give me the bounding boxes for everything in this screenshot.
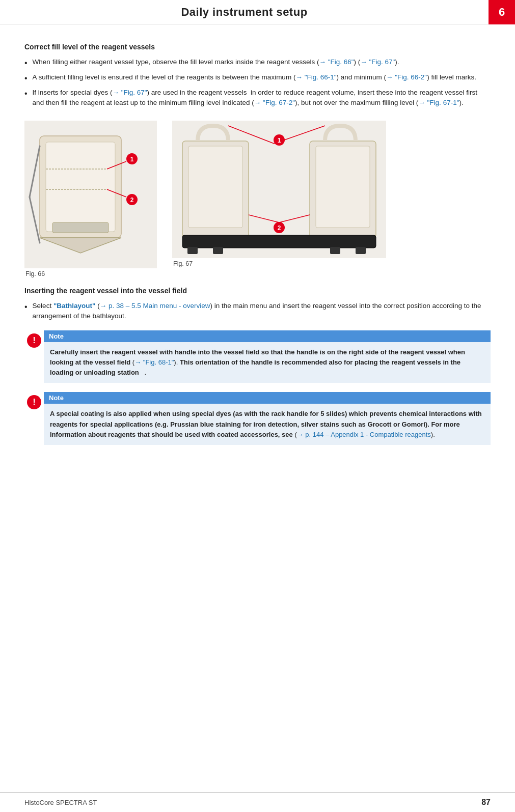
footer-page-number: 87 — [481, 798, 491, 807]
header-bar: Daily instrument setup 6 — [0, 0, 515, 24]
list-item: When filling either reagent vessel type,… — [24, 57, 491, 69]
svg-rect-1 — [46, 142, 115, 232]
footer: HistoCore SPECTRA ST 87 — [0, 792, 515, 812]
fig67-label: Fig. 67 — [173, 260, 193, 267]
svg-text:1: 1 — [130, 156, 134, 163]
header-chapter: 6 — [489, 0, 515, 24]
section-inserting: Inserting the reagent vessel into the ve… — [24, 287, 491, 322]
svg-text:2: 2 — [130, 197, 134, 204]
figure-66-image: 1 2 — [24, 121, 157, 268]
svg-line-4 — [30, 197, 40, 243]
footer-product-name: HistoCore SPECTRA ST — [24, 799, 97, 806]
fig67-svg: 1 2 — [172, 121, 386, 258]
note-1-header: Note — [44, 330, 491, 342]
svg-rect-13 — [52, 222, 109, 233]
note-1-body: Carefully insert the reagent vessel with… — [44, 342, 491, 383]
svg-rect-20 — [213, 247, 223, 254]
link-fig67-2[interactable]: → "Fig. 67-2" — [254, 99, 295, 106]
section-heading-inserting: Inserting the reagent vessel into the ve… — [24, 287, 491, 295]
list-item: If inserts for special dyes (→ "Fig. 67"… — [24, 88, 491, 108]
link-p144[interactable]: → p. 144 – Appendix 1 - Compatible reage… — [297, 431, 431, 438]
list-item: Select "Bathlayout" (→ p. 38 – 5.5 Main … — [24, 301, 491, 322]
bullet-text-1: When filling either reagent vessel type,… — [33, 57, 491, 67]
figure-67-image: 1 2 — [172, 121, 386, 258]
bathlayout-link[interactable]: "Bathlayout" — [53, 302, 96, 310]
link-p38[interactable]: → p. 38 – 5.5 Main menu - overview — [100, 302, 210, 310]
svg-rect-15 — [188, 146, 242, 228]
figure-67-container: 1 2 Fig. 67 — [172, 121, 386, 267]
page-wrapper: Daily instrument setup 6 Correct fill le… — [0, 0, 515, 812]
link-fig66-1[interactable]: → "Fig. 66-1" — [295, 73, 336, 81]
svg-rect-19 — [187, 247, 198, 254]
fig66-label: Fig. 66 — [25, 270, 45, 277]
note-2-header: Note — [44, 392, 491, 404]
fig66-svg: 1 2 — [24, 121, 157, 268]
link-fig66[interactable]: → "Fig. 66" — [319, 58, 354, 66]
bullet-text-3: If inserts for special dyes (→ "Fig. 67"… — [33, 88, 491, 108]
inserting-bullet-list: Select "Bathlayout" (→ p. 38 – 5.5 Main … — [24, 301, 491, 322]
link-fig67-1[interactable]: → "Fig. 67-1" — [418, 99, 459, 106]
figures-row: 1 2 Fig. 66 — [24, 121, 491, 277]
list-item: A sufficient filling level is ensured if… — [24, 72, 491, 85]
svg-rect-21 — [330, 247, 340, 254]
section-heading-fill: Correct fill level of the reagent vessel… — [24, 43, 491, 51]
svg-line-3 — [30, 146, 40, 197]
section-correct-fill: Correct fill level of the reagent vessel… — [24, 43, 491, 108]
svg-rect-22 — [356, 247, 366, 254]
svg-marker-2 — [40, 238, 121, 253]
fill-bullet-list: When filling either reagent vessel type,… — [24, 57, 491, 108]
note-2-icon: ! — [27, 395, 41, 409]
svg-text:1: 1 — [278, 137, 281, 144]
svg-rect-17 — [316, 146, 370, 228]
header-title: Daily instrument setup — [0, 6, 489, 19]
note-1-container: ! Note Carefully insert the reagent vess… — [24, 330, 491, 383]
link-fig68-1[interactable]: → "Fig. 68-1" — [134, 358, 174, 366]
main-content: Correct fill level of the reagent vessel… — [0, 24, 515, 792]
figure-66-container: 1 2 Fig. 66 — [24, 121, 157, 277]
note-2-content: Note A special coating is also applied w… — [44, 392, 491, 444]
note-1-icon-col: ! — [24, 330, 44, 383]
note-2-icon-col: ! — [24, 392, 44, 444]
bullet-text-2: A sufficient filling level is ensured if… — [33, 72, 491, 82]
link-fig67a[interactable]: → "Fig. 67" — [360, 58, 395, 66]
note-2-container: ! Note A special coating is also applied… — [24, 392, 491, 444]
link-fig66-2[interactable]: → "Fig. 66-2" — [386, 73, 427, 81]
note-1-content: Note Carefully insert the reagent vessel… — [44, 330, 491, 383]
svg-line-28 — [279, 215, 310, 222]
note-1-icon: ! — [27, 333, 41, 348]
bullet-text-inserting: Select "Bathlayout" (→ p. 38 – 5.5 Main … — [33, 301, 491, 322]
link-fig67b[interactable]: → "Fig. 67" — [112, 89, 147, 96]
note-2-body: A special coating is also applied when u… — [44, 404, 491, 444]
svg-line-27 — [249, 215, 279, 222]
svg-rect-18 — [182, 235, 376, 248]
svg-text:2: 2 — [278, 225, 281, 232]
